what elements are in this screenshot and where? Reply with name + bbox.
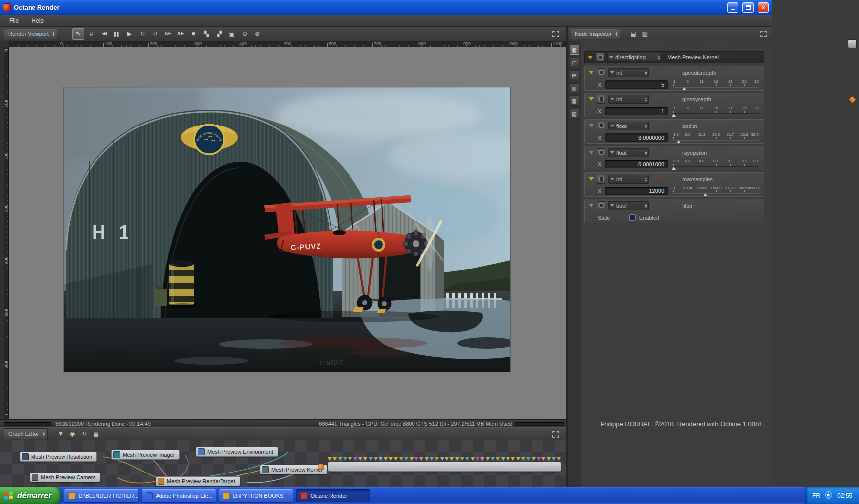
node-pin-icon[interactable] (425, 457, 429, 461)
node-pin-icon[interactable] (419, 457, 423, 461)
region-grid-icon[interactable]: # (85, 28, 97, 40)
param-type-select[interactable]: int▴▾ (608, 95, 649, 104)
taskbar-task-blender[interactable]: D:\BLENDER FICHIER... (64, 489, 138, 502)
viewport-mode-select[interactable]: Render Viewport ▴▾ (4, 29, 57, 39)
node-pin-icon[interactable] (399, 457, 403, 461)
alpha-checker-icon[interactable]: ▚ (200, 28, 212, 40)
render-target-output-pin[interactable] (318, 463, 324, 470)
save-graph-icon[interactable]: ▼ (55, 428, 66, 439)
orbit-camera-icon[interactable]: ↺ (149, 28, 161, 40)
pause-render-icon[interactable]: ▌▌ (111, 28, 123, 40)
node-pin-icon[interactable] (363, 457, 367, 461)
pin-icon[interactable] (589, 204, 594, 207)
imager-icon[interactable]: ▧ (570, 109, 579, 119)
node-inspector-select[interactable]: Node Inspector ▴▾ (571, 29, 620, 39)
node-pin-icon[interactable] (343, 457, 347, 461)
param-type-select[interactable]: float▴▾ (608, 122, 649, 130)
solid-view-icon[interactable]: ■ (188, 28, 199, 40)
node-pin-icon[interactable] (465, 457, 469, 461)
graph-editor-canvas[interactable]: Mesh Preview Resolution Mesh Preview Ima… (0, 440, 566, 487)
param-node-icon[interactable] (597, 122, 605, 130)
slider-thumb[interactable] (703, 193, 707, 196)
node-pin-icon[interactable] (455, 457, 459, 461)
value-slider[interactable]: 161116212632 (673, 105, 759, 117)
value-field[interactable]: 3.0000000 (605, 133, 668, 142)
save-image-icon[interactable]: ▣ (226, 28, 238, 40)
node-pin-icon[interactable] (506, 457, 510, 461)
node-pin-icon[interactable] (537, 457, 541, 461)
node-pin-icon[interactable] (521, 457, 525, 461)
pin-icon[interactable] (588, 56, 593, 59)
fullscreen-icon[interactable] (758, 29, 769, 39)
graph-node[interactable]: Mesh Preview RenderTarget (156, 476, 240, 486)
node-pin-icon[interactable] (450, 457, 454, 461)
value-slider[interactable]: 1.06.211.316.521.726.832.0 (673, 132, 759, 143)
graph-node[interactable]: Mesh Preview Environment (196, 447, 278, 457)
desktop-shortcut-icon[interactable] (848, 39, 857, 48)
param-node-icon[interactable] (597, 68, 605, 77)
node-pin-bar[interactable] (328, 462, 561, 472)
node-pin-icon[interactable] (389, 457, 393, 461)
pin-icon[interactable] (589, 97, 594, 101)
slider-thumb[interactable] (672, 114, 676, 117)
node-pin-icon[interactable] (440, 457, 444, 461)
restart-render-icon[interactable]: ◀◀ (98, 28, 110, 40)
value-field[interactable]: 5 (605, 80, 668, 89)
slider-thumb[interactable] (672, 167, 676, 170)
node-pin-icon[interactable] (511, 457, 515, 461)
node-pin-icon[interactable] (516, 457, 520, 461)
graph-node[interactable]: Mesh Preview Resolution (20, 452, 97, 462)
environment-icon[interactable]: ▦ (570, 96, 579, 106)
node-pin-icon[interactable] (369, 457, 373, 461)
clock[interactable]: 02:55 (837, 492, 852, 499)
value-field[interactable]: 0.0001000 (605, 160, 668, 168)
node-pin-icon[interactable] (486, 457, 490, 461)
expand-tree-icon[interactable]: ▤ (628, 29, 638, 39)
node-pin-icon[interactable] (328, 457, 332, 461)
node-pin-icon[interactable] (471, 457, 475, 461)
render-target-icon[interactable]: ▣ (570, 45, 579, 55)
param-node-icon[interactable] (597, 95, 605, 104)
desktop-shortcut-icon[interactable] (848, 95, 857, 104)
node-pin-icon[interactable] (384, 457, 388, 461)
param-type-select[interactable]: float▴▾ (608, 148, 649, 157)
language-indicator[interactable]: FR (812, 492, 820, 499)
kernel-node-icon[interactable] (596, 53, 604, 62)
volume-icon[interactable] (825, 491, 832, 500)
value-field[interactable]: 1 (605, 107, 668, 115)
param-type-select[interactable]: bool▴▾ (608, 201, 649, 210)
param-type-select[interactable]: int▴▾ (608, 68, 649, 77)
enabled-checkbox[interactable] (629, 214, 636, 220)
kernel-type-select[interactable]: directlighting ▴▾ (607, 53, 662, 62)
refresh-render-icon[interactable]: ↻ (136, 28, 148, 40)
node-pin-icon[interactable] (480, 457, 484, 461)
node-pin-icon[interactable] (348, 457, 352, 461)
node-pin-icon[interactable] (353, 457, 357, 461)
taskbar-task-photoshop[interactable]: Adobe Photoshop Ele... (142, 489, 216, 502)
autofocus-icon[interactable]: AF (162, 28, 174, 40)
node-pin-icon[interactable] (430, 457, 434, 461)
node-pin-icon[interactable] (410, 457, 414, 461)
slider-thumb[interactable] (682, 87, 686, 90)
resume-render-icon[interactable]: ▶ (124, 28, 135, 40)
node-pin-icon[interactable] (338, 457, 342, 461)
pin-icon[interactable] (589, 124, 594, 127)
network-settings-icon[interactable]: ⊗ (252, 28, 263, 40)
start-button[interactable]: démarrer (0, 487, 61, 504)
node-pin-icon[interactable] (501, 457, 505, 461)
minimize-button[interactable] (727, 2, 738, 13)
node-pin-icon[interactable] (541, 457, 545, 461)
param-node-icon[interactable] (597, 175, 605, 184)
save-preset-icon[interactable]: ▥ (639, 29, 650, 39)
node-pin-icon[interactable] (460, 457, 464, 461)
node-pin-icon[interactable] (374, 457, 378, 461)
close-button[interactable]: × (758, 2, 769, 13)
title-bar[interactable]: Octane Render × (0, 0, 772, 15)
split-view-icon[interactable]: ▞ (213, 28, 225, 40)
maximize-button[interactable] (742, 2, 754, 13)
value-slider[interactable]: 0.00.00.00.10.10.10.1 (673, 158, 759, 170)
graph-editor-select[interactable]: Graph Editor ▴▾ (4, 428, 48, 439)
film-settings-icon[interactable]: ▥ (570, 83, 579, 93)
node-pin-icon[interactable] (435, 457, 439, 461)
taskbar-task-python-books[interactable]: D:\PYTHON BOOKS (219, 489, 293, 502)
